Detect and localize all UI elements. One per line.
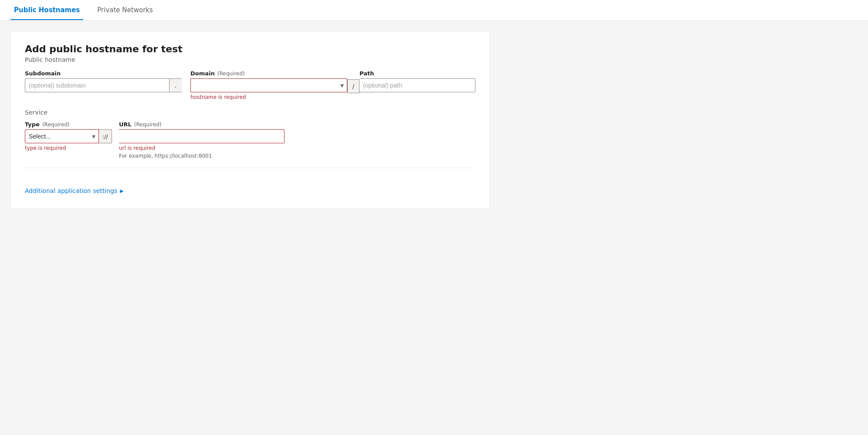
form-divider [25, 168, 475, 168]
path-label: Path [359, 70, 475, 77]
domain-group: Domain (Required) ▼ hostname is required [190, 70, 347, 100]
additional-settings-label: Additional application settings [25, 187, 117, 194]
subdomain-group: Subdomain . [25, 70, 182, 92]
url-helper-text: For example, https://localhost:8001 [119, 153, 285, 159]
domain-select[interactable] [190, 78, 347, 92]
url-input[interactable] [119, 129, 285, 143]
type-group: Type (Required) Select... HTTP HTTPS SSH… [25, 121, 112, 151]
tab-public-hostnames[interactable]: Public Hostnames [10, 0, 83, 20]
tabs-bar: Public Hostnames Private Networks [0, 0, 868, 20]
subdomain-input[interactable] [25, 78, 170, 92]
page-container: Public Hostnames Private Networks Add pu… [0, 0, 868, 436]
type-error-text: type is required [25, 145, 112, 151]
type-select[interactable]: Select... HTTP HTTPS SSH RDP SMB TCP UDP [25, 129, 99, 143]
card-title: Add public hostname for test [25, 44, 475, 54]
public-hostname-section-label: Public hostname [25, 56, 475, 63]
form-card: Add public hostname for test Public host… [10, 31, 490, 209]
url-group: URL (Required) url is required For examp… [119, 121, 285, 159]
dot-separator: . [170, 78, 182, 92]
type-label: Type (Required) [25, 121, 112, 128]
tab-private-networks[interactable]: Private Networks [94, 0, 156, 20]
slash-separator: / [347, 79, 359, 93]
domain-error-text: hostname is required [190, 94, 347, 100]
protocol-badge: :// [99, 129, 112, 143]
additional-settings-chevron-icon: ▶ [120, 188, 123, 194]
path-input[interactable] [359, 78, 475, 92]
url-label: URL (Required) [119, 121, 285, 128]
url-error-text: url is required [119, 145, 285, 151]
service-section-label: Service [25, 109, 475, 116]
subdomain-label: Subdomain [25, 70, 182, 77]
domain-label: Domain (Required) [190, 70, 347, 77]
additional-settings-link[interactable]: Additional application settings ▶ [25, 187, 124, 194]
service-row: Type (Required) Select... HTTP HTTPS SSH… [25, 121, 475, 159]
main-content: Add public hostname for test Public host… [0, 20, 868, 435]
path-group: Path [359, 70, 475, 92]
